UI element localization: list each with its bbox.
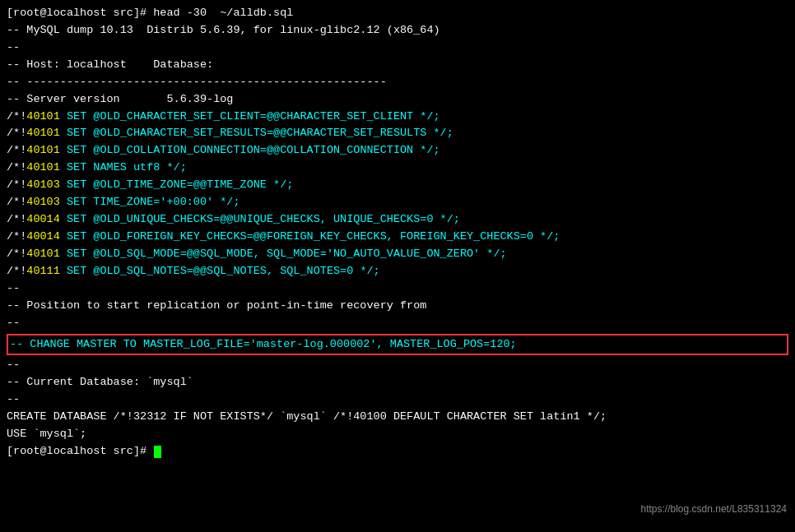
terminal-line: /*!40014 SET @OLD_UNIQUE_CHECKS=@@UNIQUE…	[7, 211, 788, 229]
terminal-line: --	[7, 280, 788, 298]
terminal-line: --	[7, 315, 788, 332]
terminal-line: --	[7, 391, 788, 409]
terminal-line: /*!40101 SET @OLD_SQL_MODE=@@SQL_MODE, S…	[7, 246, 788, 263]
terminal-line: /*!40103 SET @OLD_TIME_ZONE=@@TIME_ZONE …	[7, 177, 788, 194]
terminal-line: /*!40111 SET @OLD_SQL_NOTES=@@SQL_NOTES,…	[7, 263, 788, 280]
terminal-line: -- MySQL dump 10.13 Distrib 5.6.39, for …	[7, 22, 788, 39]
terminal-content: [root@localhost src]# head -30 ~/alldb.s…	[7, 5, 788, 460]
prompt-line: [root@localhost src]#	[7, 443, 788, 460]
terminal-line: /*!40101 SET @OLD_CHARACTER_SET_RESULTS=…	[7, 125, 788, 142]
terminal-line: USE `mysql`;	[7, 426, 788, 443]
terminal-line: -- Current Database: `mysql`	[7, 374, 788, 391]
terminal-line: -- Position to start replication or poin…	[7, 298, 788, 315]
cursor	[154, 446, 161, 458]
terminal-line: [root@localhost src]# head -30 ~/alldb.s…	[7, 5, 788, 22]
terminal-line: /*!40101 SET @OLD_CHARACTER_SET_CLIENT=@…	[7, 109, 788, 126]
terminal-line: /*!40101 SET NAMES utf8 */;	[7, 160, 788, 177]
terminal-line: /*!40014 SET @OLD_FOREIGN_KEY_CHECKS=@@F…	[7, 229, 788, 246]
terminal: [root@localhost src]# head -30 ~/alldb.s…	[0, 0, 795, 532]
terminal-line: --	[7, 357, 788, 374]
terminal-line: CREATE DATABASE /*!32312 IF NOT EXISTS*/…	[7, 409, 788, 426]
terminal-line: -- Server version 5.6.39-log	[7, 91, 788, 109]
terminal-line: /*!40103 SET TIME_ZONE='+00:00' */;	[7, 194, 788, 211]
terminal-line: /*!40101 SET @OLD_COLLATION_CONNECTION=@…	[7, 142, 788, 160]
terminal-line: -- -------------------------------------…	[7, 74, 788, 91]
watermark: https://blog.csdn.net/L835311324	[641, 502, 787, 517]
highlighted-line: -- CHANGE MASTER TO MASTER_LOG_FILE='mas…	[7, 334, 788, 356]
terminal-line: --	[7, 39, 788, 57]
terminal-line: -- Host: localhost Database:	[7, 57, 788, 74]
